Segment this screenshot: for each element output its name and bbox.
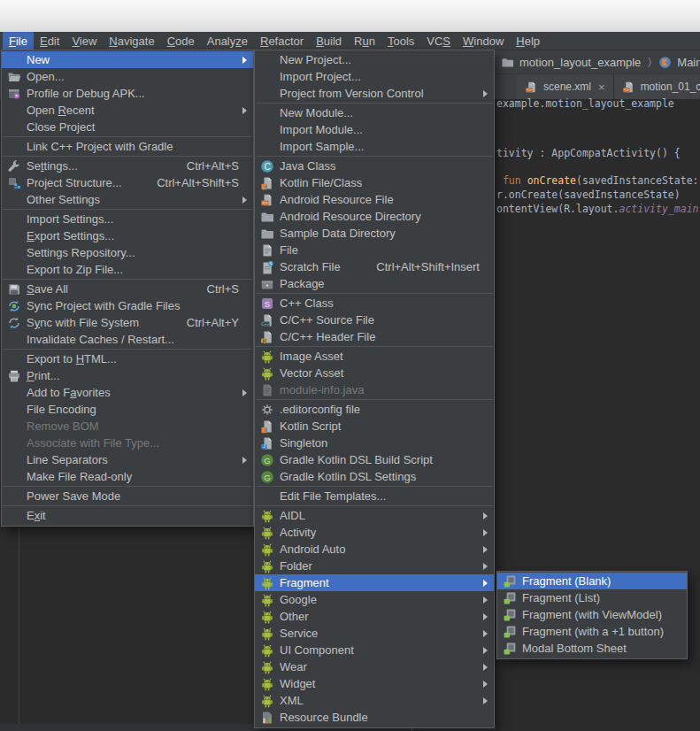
menu-item-invalidate-caches-restart[interactable]: Invalidate Caches / Restart... xyxy=(2,331,253,348)
menubar-item-code[interactable]: Code xyxy=(161,32,201,50)
menu-item-export-to-html[interactable]: Export to HTML... xyxy=(2,350,253,367)
menu-item-sync-with-file-system[interactable]: Sync with File SystemCtrl+Alt+Y xyxy=(2,314,253,331)
menu-item-c-c-source-file[interactable]: C/C++ Source File xyxy=(255,312,494,328)
label: Remove BOM xyxy=(27,419,239,433)
menu-separator xyxy=(3,505,252,506)
menu-item-gradle-kotlin-dsl-settings[interactable]: Gradle Kotlin DSL Settings xyxy=(255,468,494,485)
editor-tab-motion-01-cl[interactable]: motion_01_cl_ xyxy=(614,74,700,99)
menu-item-aidl[interactable]: AIDL xyxy=(255,507,494,524)
menubar-item-tools[interactable]: Tools xyxy=(381,32,420,50)
menu-item-save-all[interactable]: Save AllCtrl+S xyxy=(2,281,253,297)
menu-item-fragment-list[interactable]: Fragment (List) xyxy=(497,589,687,606)
menu-item-java-class[interactable]: Java Class xyxy=(255,158,494,174)
menu-item-settings[interactable]: Settings...Ctrl+Alt+S xyxy=(2,158,253,174)
menu-item-android-resource-directory[interactable]: Android Resource Directory xyxy=(255,208,494,225)
tab-close-icon[interactable]: × xyxy=(598,81,605,94)
menu-item-package[interactable]: Package xyxy=(255,275,494,292)
menu-item-fragment-with-a-1-button[interactable]: Fragment (with a +1 button) xyxy=(497,623,687,640)
menu-item-activity[interactable]: Activity xyxy=(255,524,494,541)
menubar-item-build[interactable]: Build xyxy=(310,32,348,50)
menu-item-file-encoding[interactable]: File Encoding xyxy=(2,401,253,418)
editor-tab-scene-xml[interactable]: scene.xml× xyxy=(517,74,614,99)
menubar-item-vcs[interactable]: VCS xyxy=(420,32,457,50)
menu-item-file[interactable]: File xyxy=(255,242,494,258)
menu-item-kotlin-script[interactable]: Kotlin Script xyxy=(255,418,494,435)
menu-item-new-module[interactable]: New Module... xyxy=(255,104,494,121)
label: File xyxy=(9,35,27,48)
menu-item-power-save-mode[interactable]: Power Save Mode xyxy=(2,488,253,504)
menu-item-resource-bundle[interactable]: Resource Bundle xyxy=(255,709,494,726)
file-menu-popup: NewOpen...Profile or Debug APK...Open Re… xyxy=(1,50,254,527)
menu-item-associate-with-file-type[interactable]: Associate with File Type... xyxy=(2,435,253,451)
code-line: r.onCreate(savedInstanceState) xyxy=(496,189,681,202)
menu-item-print[interactable]: Print... xyxy=(2,367,253,384)
menu-item-kotlin-file-class[interactable]: Kotlin File/Class xyxy=(255,174,494,191)
menu-item-open-recent[interactable]: Open Recent xyxy=(2,102,253,119)
menu-item-xml[interactable]: XML xyxy=(255,692,494,709)
menu-item-wear[interactable]: Wear xyxy=(255,658,494,675)
menu-item-import-settings[interactable]: Import Settings... xyxy=(2,211,253,227)
menu-item-folder[interactable]: Folder xyxy=(255,558,494,574)
menu-item-vector-asset[interactable]: Vector Asset xyxy=(255,365,494,381)
menubar-item-analyze[interactable]: Analyze xyxy=(201,32,254,50)
menubar: FileEditViewNavigateCodeAnalyzeRefactorB… xyxy=(0,32,700,50)
menu-item-fragment-with-viewmodel[interactable]: Fragment (with ViewModel) xyxy=(497,606,687,623)
menu-item-add-to-favorites[interactable]: Add to Favorites xyxy=(2,384,253,401)
menu-item-c-c-header-file[interactable]: C/C++ Header File xyxy=(255,328,494,345)
project-panel-splitter[interactable] xyxy=(19,524,19,724)
menu-item-sync-project-with-gradle-files[interactable]: Sync Project with Gradle Files xyxy=(2,297,253,314)
menu-item-scratch-file[interactable]: Scratch FileCtrl+Alt+Shift+Insert xyxy=(255,258,494,275)
menu-item-android-auto[interactable]: Android Auto xyxy=(255,541,494,558)
menu-item-fragment-blank[interactable]: Fragment (Blank) xyxy=(497,573,687,589)
menu-item-new[interactable]: New xyxy=(2,51,253,68)
menu-item-module-info-java[interactable]: module-info.java xyxy=(255,381,494,398)
menu-item-singleton[interactable]: Singleton xyxy=(255,435,494,451)
arrow-spacer xyxy=(480,208,488,225)
menu-item-modal-bottom-sheet[interactable]: Modal Bottom Sheet xyxy=(497,640,687,657)
menubar-item-refactor[interactable]: Refactor xyxy=(254,32,310,50)
menu-item-project-from-version-control[interactable]: Project from Version Control xyxy=(255,85,494,102)
menu-item-other[interactable]: Other xyxy=(255,608,494,625)
menu-item-android-resource-file[interactable]: Android Resource File xyxy=(255,191,494,208)
menu-item-edit-file-templates[interactable]: Edit File Templates... xyxy=(255,488,494,504)
menu-item-import-sample[interactable]: Import Sample... xyxy=(255,138,494,155)
menu-item-export-settings[interactable]: Export Settings... xyxy=(2,227,253,244)
menubar-item-run[interactable]: Run xyxy=(348,32,381,50)
menu-item-fragment[interactable]: Fragment xyxy=(255,574,494,591)
menu-item-ui-component[interactable]: UI Component xyxy=(255,642,494,658)
menu-item-widget[interactable]: Widget xyxy=(255,675,494,692)
menu-item-new-project[interactable]: New Project... xyxy=(255,51,494,68)
menu-item-import-project[interactable]: Import Project... xyxy=(255,68,494,85)
menubar-item-edit[interactable]: Edit xyxy=(34,32,65,50)
menubar-item-help[interactable]: Help xyxy=(510,32,546,50)
menu-item-link-c-project-with-gradle[interactable]: Link C++ Project with Gradle xyxy=(2,138,253,155)
menu-item-google[interactable]: Google xyxy=(255,591,494,608)
menu-item-other-settings[interactable]: Other Settings xyxy=(2,191,253,208)
menu-item-line-separators[interactable]: Line Separators xyxy=(2,451,253,468)
breadcrumb-module[interactable]: motion_layout_example xyxy=(519,56,641,69)
menu-item-make-file-read-only[interactable]: Make File Read-only xyxy=(2,468,253,485)
menu-item-open[interactable]: Open... xyxy=(2,68,253,85)
menu-item-settings-repository[interactable]: Settings Repository... xyxy=(2,244,253,261)
menu-item-remove-bom[interactable]: Remove BOM xyxy=(2,418,253,435)
breadcrumb-class[interactable]: MainAc xyxy=(677,56,700,69)
menu-item-c-class[interactable]: C++ Class xyxy=(255,295,494,312)
menu-item-service[interactable]: Service xyxy=(255,625,494,642)
menu-item-sample-data-directory[interactable]: Sample Data Directory xyxy=(255,225,494,242)
menu-item-import-module[interactable]: Import Module... xyxy=(255,121,494,138)
menu-item-project-structure[interactable]: Project Structure...Ctrl+Alt+Shift+S xyxy=(2,174,253,191)
menubar-item-file[interactable]: File xyxy=(3,32,34,50)
arrow-spacer xyxy=(480,488,488,504)
menu-item-image-asset[interactable]: Image Asset xyxy=(255,348,494,365)
menubar-item-navigate[interactable]: Navigate xyxy=(103,32,160,50)
menu-item-editorconfig-file[interactable]: .editorconfig file xyxy=(255,401,494,418)
menu-item-gradle-kotlin-dsl-build-script[interactable]: Gradle Kotlin DSL Build Script xyxy=(255,451,494,468)
menu-item-export-to-zip-file[interactable]: Export to Zip File... xyxy=(2,261,253,278)
menu-item-exit[interactable]: Exit xyxy=(2,507,253,524)
blank-icon xyxy=(260,53,274,67)
menu-item-close-project[interactable]: Close Project xyxy=(2,119,253,135)
menubar-item-window[interactable]: Window xyxy=(457,32,510,50)
menu-item-profile-or-debug-apk[interactable]: Profile or Debug APK... xyxy=(2,85,253,102)
menubar-item-view[interactable]: View xyxy=(65,32,103,50)
new-submenu-popup: New Project...Import Project...Project f… xyxy=(254,50,495,728)
